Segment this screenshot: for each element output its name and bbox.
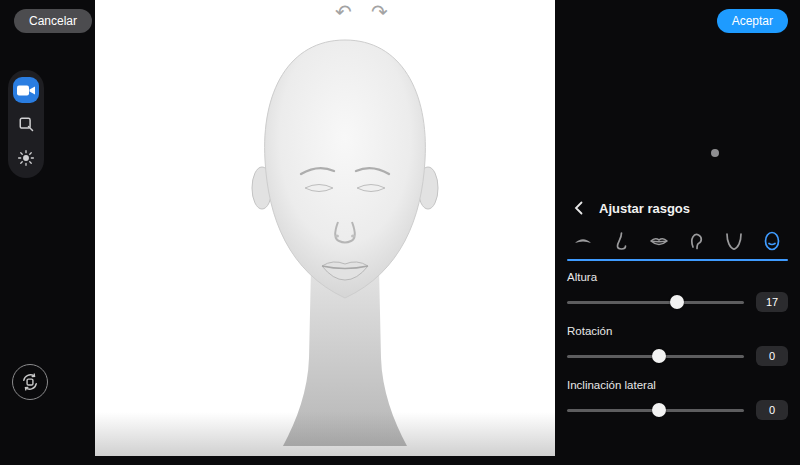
camera-icon [16, 83, 36, 98]
slider-thumb[interactable] [670, 295, 684, 309]
eyebrow-icon [572, 230, 594, 252]
model-canvas[interactable]: ↶ ↷ [95, 0, 555, 456]
slider-value: 0 [756, 400, 788, 420]
camera-tool[interactable] [13, 77, 39, 103]
ear-icon [685, 230, 707, 252]
jaw-icon [723, 230, 745, 252]
crop-tool[interactable] [13, 111, 39, 137]
lateral-tilt-slider[interactable] [567, 403, 744, 417]
left-toolbar [8, 70, 44, 178]
rotation-slider-group: Rotación 0 [567, 325, 788, 366]
avatar-editor: Cancelar Aceptar [0, 0, 800, 465]
head-icon [761, 230, 783, 252]
reset-rotation-button[interactable] [12, 364, 48, 400]
tab-lips[interactable] [646, 229, 672, 253]
head-model [225, 28, 465, 448]
panel-title: Ajustar rasgos [599, 201, 690, 216]
height-slider-group: Altura 17 [567, 271, 788, 312]
back-button[interactable] [567, 197, 589, 219]
lips-icon [648, 230, 670, 252]
brightness-tool[interactable] [13, 145, 39, 171]
crop-icon [17, 115, 35, 133]
tab-eyebrows[interactable] [570, 229, 596, 253]
slider-track[interactable] [567, 301, 744, 304]
rotation-slider[interactable] [567, 349, 744, 363]
adjust-features-panel: Ajustar rasgos [555, 185, 800, 465]
floor-shadow [95, 412, 555, 456]
nose-icon [610, 230, 632, 252]
accept-button[interactable]: Aceptar [717, 9, 788, 33]
redo-button[interactable]: ↷ [371, 2, 388, 22]
tab-head[interactable] [759, 229, 785, 253]
chevron-left-icon [574, 201, 583, 215]
scroll-indicator-dot [711, 149, 719, 157]
undo-button[interactable]: ↶ [335, 2, 352, 22]
tab-jaw[interactable] [721, 229, 747, 253]
slider-label: Inclinación lateral [567, 379, 788, 391]
tab-underline [567, 259, 788, 261]
tab-ears[interactable] [683, 229, 709, 253]
slider-label: Altura [567, 271, 788, 283]
rotate-icon [20, 372, 40, 392]
feature-tabs [567, 229, 788, 253]
slider-label: Rotación [567, 325, 788, 337]
slider-value: 17 [756, 292, 788, 312]
cancel-button[interactable]: Cancelar [14, 9, 92, 33]
slider-value: 0 [756, 346, 788, 366]
slider-thumb[interactable] [652, 349, 666, 363]
slider-thumb[interactable] [652, 403, 666, 417]
brightness-icon [17, 149, 35, 167]
tab-nose[interactable] [608, 229, 634, 253]
height-slider[interactable] [567, 295, 744, 309]
panel-header: Ajustar rasgos [567, 197, 788, 219]
lateral-tilt-slider-group: Inclinación lateral 0 [567, 379, 788, 420]
